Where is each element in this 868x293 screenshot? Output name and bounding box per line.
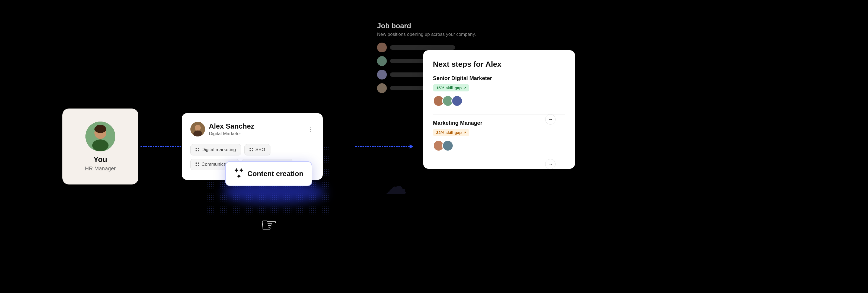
job2-title: Marketing Manager [433, 120, 565, 126]
jb-avatar-3 [377, 70, 387, 80]
profile-avatar [190, 122, 205, 137]
jb-avatar-4 [377, 83, 387, 93]
job1-external-link-icon: ↗ [463, 86, 466, 90]
svg-point-1 [92, 140, 108, 151]
content-creation-card: ✦✦ ✦ Content creation [225, 161, 312, 186]
job-entry-2: Marketing Manager 32% skill gap ↗ → [433, 120, 565, 151]
skill-badge-seo: SEO [244, 144, 271, 155]
svg-point-4 [95, 125, 105, 130]
skill-label-seo: SEO [255, 147, 265, 152]
divider [433, 114, 565, 115]
dots-menu[interactable]: ⋮ [308, 126, 314, 133]
job2-avatar-2 [442, 140, 454, 151]
jb-avatar-1 [377, 42, 387, 52]
svg-point-6 [195, 125, 201, 131]
job-entry-1-content: Senior Digital Marketer 15% skill gap ↗ [433, 75, 565, 107]
skill-icon-digital [195, 148, 199, 152]
profile-name: Alex Sanchez [209, 122, 254, 130]
you-role: HR Manager [85, 166, 116, 172]
profile-name-block: Alex Sanchez Digital Marketer [209, 122, 254, 137]
job2-skill-gap-text: 32% skill gap [436, 130, 462, 135]
next-steps-card: Next steps for Alex Senior Digital Marke… [423, 50, 575, 169]
job1-avatar-3 [452, 95, 463, 107]
skill-badge-digital-marketing: Digital marketing [190, 144, 241, 155]
job2-external-link-icon: ↗ [463, 131, 466, 135]
job2-avatars [433, 140, 565, 151]
profile-job-title: Digital Marketer [209, 131, 254, 137]
job1-avatars [433, 95, 565, 107]
right-arrow [355, 144, 413, 149]
job-board-subtitle: New positions opening up across your com… [377, 32, 502, 37]
job1-title: Senior Digital Marketer [433, 75, 565, 81]
you-card: You HR Manager [62, 109, 138, 184]
next-steps-title: Next steps for Alex [433, 60, 565, 69]
skill-label-digital: Digital marketing [202, 147, 236, 152]
job1-skill-gap: 15% skill gap ↗ [433, 84, 469, 91]
skill-icon-seo [250, 148, 253, 152]
job-board-title: Job board [377, 22, 502, 30]
you-avatar [86, 121, 115, 151]
job2-arrow-button[interactable]: → [545, 159, 556, 169]
content-creation-label: Content creation [247, 170, 304, 178]
jb-avatar-2 [377, 56, 387, 66]
job1-skill-gap-text: 15% skill gap [436, 85, 462, 90]
profile-info: Alex Sanchez Digital Marketer [190, 122, 254, 137]
profile-header: Alex Sanchez Digital Marketer ⋮ [190, 122, 314, 137]
content-stars-icon: ✦✦ ✦ [234, 168, 244, 180]
cloud-icon: ☁ [385, 174, 407, 199]
skill-icon-comm [195, 163, 199, 166]
job-entry-1: Senior Digital Marketer 15% skill gap ↗ … [433, 75, 565, 107]
you-label: You [94, 155, 107, 164]
jb-bar-1 [390, 45, 455, 50]
job2-skill-gap: 32% skill gap ↗ [433, 129, 469, 136]
hand-cursor-icon: ☞ [260, 214, 278, 236]
job-entry-2-content: Marketing Manager 32% skill gap ↗ [433, 120, 565, 151]
